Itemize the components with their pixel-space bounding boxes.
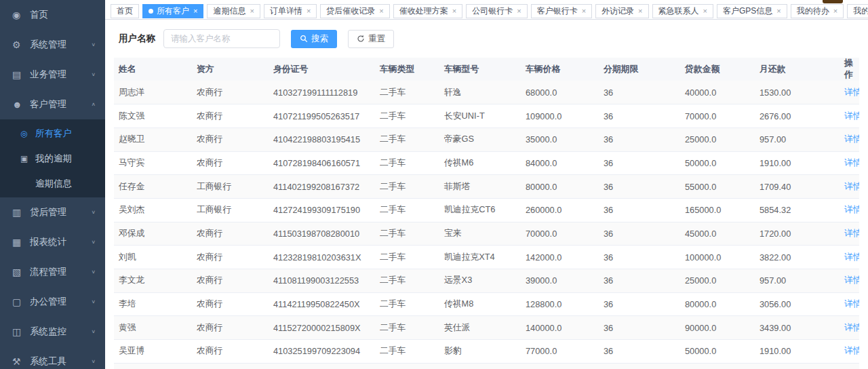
cell-funder: 农商行 <box>192 316 269 340</box>
cell-name: 刘明杰 <box>114 363 192 369</box>
sidebar-item-label: 业务管理 <box>30 69 91 81</box>
tab[interactable]: 逾期信息 × <box>207 4 260 18</box>
detail-link[interactable]: 详情 <box>844 157 859 168</box>
cell-funder: 农商行 <box>192 246 269 269</box>
close-icon[interactable]: × <box>452 7 456 15</box>
detail-link[interactable]: 详情 <box>844 181 859 191</box>
sidebar-item[interactable]: ⚒ 系统工具 ∨ <box>0 347 105 369</box>
tab[interactable]: 订单详情 × <box>264 4 317 18</box>
col-header-monthly: 月还款 <box>755 58 840 81</box>
reset-button[interactable]: 重置 <box>348 30 394 48</box>
customer-name-input[interactable] <box>163 29 280 48</box>
detail-link[interactable]: 详情 <box>844 111 859 121</box>
cell-id: 411402199208167372 <box>269 175 375 199</box>
sidebar-subitem-label: 所有客户 <box>35 128 72 140</box>
tab[interactable]: 我的待办 × <box>791 4 844 18</box>
cell-loan: 60000.0 <box>680 363 755 369</box>
tab[interactable]: 首页 × <box>111 4 139 18</box>
close-icon[interactable]: × <box>517 7 521 15</box>
cell-vehicle-type: 二手车 <box>375 151 439 175</box>
close-icon[interactable]: × <box>638 7 642 15</box>
cell-monthly: 2676.00 <box>755 104 840 128</box>
cell-name: 邓保成 <box>114 222 192 246</box>
close-icon[interactable]: × <box>379 7 383 15</box>
tab[interactable]: 所有客户 × <box>142 4 203 18</box>
active-dot-icon <box>149 9 153 14</box>
close-icon[interactable]: × <box>776 7 781 15</box>
close-icon[interactable]: × <box>307 7 311 15</box>
sidebar-subitem[interactable]: 逾期信息 <box>0 171 105 196</box>
cell-model: 卡罗拉 <box>439 363 521 369</box>
reset-button-label: 重置 <box>368 33 385 45</box>
sidebar-item[interactable]: ☻ 客户管理 ∧ <box>0 90 105 119</box>
tab[interactable]: 贷后催收记录 × <box>320 4 389 18</box>
cell-vehicle-type: 二手车 <box>375 104 439 128</box>
detail-link[interactable]: 详情 <box>844 204 859 214</box>
tab[interactable]: 客户银行卡 × <box>531 4 592 18</box>
tab-label: 客户GPS信息 <box>723 5 772 17</box>
cell-model: 英仕派 <box>439 316 521 340</box>
cell-term: 36 <box>599 151 680 175</box>
tab[interactable]: 我的流程 × <box>847 4 868 18</box>
detail-link[interactable]: 详情 <box>844 298 859 309</box>
cell-model: 帝豪GS <box>439 128 521 151</box>
sidebar-item[interactable]: ◉ 首页 <box>0 0 105 30</box>
cell-price: 80000.0 <box>521 175 599 199</box>
close-icon[interactable]: × <box>833 7 837 15</box>
cell-price: 39000.0 <box>521 269 599 293</box>
close-icon[interactable]: × <box>582 7 586 15</box>
cell-model: 轩逸 <box>439 81 521 104</box>
cell-monthly: 1709.40 <box>755 175 840 199</box>
detail-link[interactable]: 详情 <box>844 87 859 97</box>
app-window: ◉ 首页 ⚙ 系统管理 ∨ ▤ 业务管理 ∨ ☻ <box>0 0 868 369</box>
tab[interactable]: 催收处理方案 × <box>393 4 462 18</box>
detail-link[interactable]: 详情 <box>844 228 859 238</box>
cell-term: 36 <box>599 222 680 246</box>
sidebar-subitem[interactable]: ◎ 所有客户 <box>0 121 105 146</box>
cell-price: 109000.0 <box>521 104 599 128</box>
search-button-label: 搜索 <box>311 33 328 45</box>
cell-name: 李文龙 <box>114 269 192 293</box>
sidebar-item[interactable]: ▦ 报表统计 ∨ <box>0 227 105 257</box>
close-icon[interactable]: × <box>250 7 254 15</box>
detail-link[interactable]: 详情 <box>844 322 859 332</box>
sidebar-item[interactable]: ⚙ 系统管理 ∨ <box>0 30 105 60</box>
cell-vehicle-type: 二手车 <box>375 292 439 316</box>
detail-link[interactable]: 详情 <box>844 134 859 144</box>
tab[interactable]: 公司银行卡 × <box>466 4 527 18</box>
sidebar-item[interactable]: ◫ 系统监控 ∨ <box>0 317 105 347</box>
cell-loan: 45000.0 <box>680 222 755 246</box>
sidebar-item[interactable]: ▧ 流程管理 ∨ <box>0 257 105 287</box>
table-row: 赵晓卫 农商行 410422198803195415 二手车 帝豪GS 3500… <box>114 128 859 151</box>
chevron-icon: ∨ <box>91 329 96 334</box>
cell-model: 远景X3 <box>439 269 521 293</box>
sidebar-subitem[interactable]: ▣ 我的逾期 <box>0 146 105 171</box>
detail-link[interactable]: 详情 <box>844 252 859 262</box>
tab-label: 我的待办 <box>797 5 829 17</box>
sidebar-subitem-label: 逾期信息 <box>35 178 72 190</box>
sidebar-item[interactable]: ▢ 办公管理 ∨ <box>0 287 105 317</box>
close-icon[interactable]: × <box>703 7 707 15</box>
cell-price: 99000.0 <box>521 363 599 369</box>
col-header-model: 车辆型号 <box>439 58 521 81</box>
tab[interactable]: 外访记录 × <box>595 4 648 18</box>
cell-monthly: 5854.32 <box>755 198 840 222</box>
sidebar-item[interactable]: ▥ 贷后管理 ∨ <box>0 197 105 227</box>
sidebar-item[interactable]: ▤ 业务管理 ∨ <box>0 60 105 90</box>
submenu-icon: ◎ <box>20 129 35 138</box>
cell-funder: 农商行 <box>192 363 269 369</box>
menu-icon: ◉ <box>12 9 30 20</box>
close-icon[interactable]: × <box>193 7 197 15</box>
detail-link[interactable]: 详情 <box>844 275 859 285</box>
search-bar: 用户名称 搜索 重置 <box>105 20 868 58</box>
search-button[interactable]: 搜索 <box>291 30 337 48</box>
detail-link[interactable]: 详情 <box>844 345 859 355</box>
menu-icon: ▢ <box>12 296 30 307</box>
submenu-icon: ▣ <box>20 154 35 163</box>
cell-id: 41232819810203631X <box>269 246 375 269</box>
tab[interactable]: 紧急联系人 × <box>652 4 713 18</box>
tab[interactable]: 客户GPS信息 × <box>717 4 787 18</box>
avatar[interactable] <box>823 0 843 3</box>
cell-name: 陈文强 <box>114 104 192 128</box>
table-row: 马守宾 农商行 410728198406160571 二手车 传祺M6 8400… <box>114 151 859 175</box>
